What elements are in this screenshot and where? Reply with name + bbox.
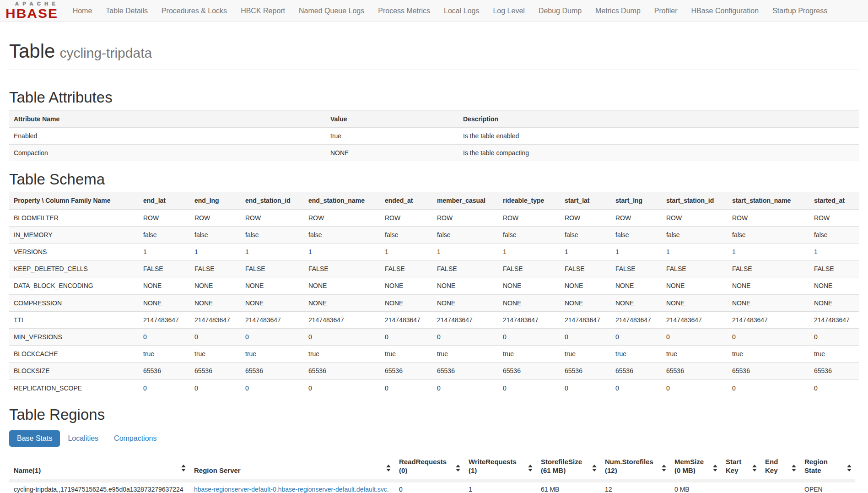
schema-property-value: false bbox=[241, 226, 304, 243]
schema-property-name: MIN_VERSIONS bbox=[9, 328, 139, 345]
nav-item-metrics-dump[interactable]: Metrics Dump bbox=[588, 0, 647, 22]
schema-row-compression: COMPRESSIONNONENONENONENONENONENONENONEN… bbox=[9, 294, 859, 311]
schema-property-value: 65536 bbox=[560, 363, 611, 379]
schema-property-value: true bbox=[498, 346, 560, 363]
schema-row-in-memory: IN_MEMORYfalsefalsefalsefalsefalsefalsef… bbox=[9, 226, 859, 243]
schema-property-value: true bbox=[139, 346, 190, 363]
schema-property-value: 0 bbox=[611, 379, 662, 396]
nav-item-hbck-report[interactable]: HBCK Report bbox=[234, 0, 292, 22]
region-row: cycling-tripdata,,1719475156245.e95d0a13… bbox=[9, 481, 855, 493]
schema-property-value: 0 bbox=[809, 328, 859, 345]
nav-item-startup-progress[interactable]: Startup Progress bbox=[766, 0, 834, 22]
attributes-table: Attribute NameValueDescription Enabledtr… bbox=[9, 110, 859, 162]
sort-down-arrow-icon bbox=[662, 469, 666, 471]
nav-item-log-level[interactable]: Log Level bbox=[486, 0, 531, 22]
schema-property-value: false bbox=[662, 226, 728, 243]
schema-property-value: 2147483647 bbox=[380, 311, 432, 328]
nav-item-process-metrics[interactable]: Process Metrics bbox=[371, 0, 437, 22]
tab-compactions[interactable]: Compactions bbox=[106, 430, 164, 447]
regions-column-region-state[interactable]: Region State bbox=[800, 455, 855, 481]
schema-property-name: KEEP_DELETED_CELLS bbox=[9, 260, 139, 277]
schema-family-start-lat: start_lat bbox=[560, 192, 611, 209]
nav-item-named-queue-logs[interactable]: Named Queue Logs bbox=[292, 0, 371, 22]
regions-column-region-server[interactable]: Region Server bbox=[189, 455, 394, 481]
schema-property-value: FALSE bbox=[190, 260, 241, 277]
regions-column-readrequests-0[interactable]: ReadRequests (0) bbox=[394, 455, 464, 481]
schema-property-value: FALSE bbox=[560, 260, 611, 277]
schema-property-value: 1 bbox=[139, 244, 190, 260]
regions-column-memsize-0-mb[interactable]: MemSize (0 MB) bbox=[670, 455, 721, 481]
schema-property-value: NONE bbox=[304, 277, 380, 294]
sort-down-arrow-icon bbox=[752, 469, 757, 471]
nav-item-debug-dump[interactable]: Debug Dump bbox=[532, 0, 588, 22]
schema-header-row: Property \ Column Family Nameend_latend_… bbox=[9, 192, 859, 209]
nav-item-table-details[interactable]: Table Details bbox=[99, 0, 155, 22]
schema-property-value: 0 bbox=[560, 328, 611, 345]
schema-property-value: 0 bbox=[728, 328, 809, 345]
regions-column-label: Start Key bbox=[726, 458, 741, 474]
regions-column-writerequests-1[interactable]: WriteRequests (1) bbox=[464, 455, 536, 481]
schema-property-value: 2147483647 bbox=[304, 311, 380, 328]
schema-property-value: NONE bbox=[241, 277, 304, 294]
schema-property-value: 0 bbox=[304, 328, 380, 345]
nav-item-profiler[interactable]: Profiler bbox=[647, 0, 685, 22]
sort-up-arrow-icon bbox=[752, 465, 757, 467]
schema-property-value: NONE bbox=[560, 277, 611, 294]
schema-property-value: NONE bbox=[611, 294, 662, 311]
schema-property-value: NONE bbox=[498, 277, 560, 294]
sort-icon bbox=[847, 465, 852, 471]
region-server-link[interactable]: hbase-regionserver-default-0.hbase-regio… bbox=[194, 486, 389, 493]
schema-property-name: VERSIONS bbox=[9, 244, 139, 260]
schema-property-value: ROW bbox=[662, 209, 728, 226]
regions-column-label: Num.Storefiles (12) bbox=[605, 458, 653, 474]
schema-property-value: 0 bbox=[432, 328, 498, 345]
schema-property-value: false bbox=[139, 226, 190, 243]
sort-icon bbox=[456, 465, 460, 471]
schema-family-rideable-type: rideable_type bbox=[498, 192, 560, 209]
schema-property-value: ROW bbox=[728, 209, 809, 226]
schema-property-value: 0 bbox=[139, 328, 190, 345]
schema-property-value: NONE bbox=[809, 277, 859, 294]
table-name: cycling-tripdata bbox=[59, 45, 152, 60]
tab-base-stats[interactable]: Base Stats bbox=[9, 430, 60, 447]
schema-property-value: true bbox=[241, 346, 304, 363]
regions-header-row: Name(1)Region ServerReadRequests (0)Writ… bbox=[9, 455, 855, 481]
regions-column-name-1[interactable]: Name(1) bbox=[9, 455, 189, 481]
schema-property-value: 0 bbox=[662, 379, 728, 396]
hbase-logo[interactable]: APACHE HBASE bbox=[5, 1, 59, 21]
regions-column-start-key[interactable]: Start Key bbox=[721, 455, 760, 481]
logo-apache-text: APACHE bbox=[15, 1, 59, 6]
schema-property-value: ROW bbox=[498, 209, 560, 226]
schema-family-member-casual: member_casual bbox=[432, 192, 498, 209]
schema-property-value: 2147483647 bbox=[498, 311, 560, 328]
schema-property-value: 0 bbox=[498, 328, 560, 345]
schema-property-value: NONE bbox=[139, 294, 190, 311]
sort-down-arrow-icon bbox=[181, 469, 186, 471]
regions-column-storefilesize-61-mb[interactable]: StorefileSize (61 MB) bbox=[536, 455, 600, 481]
nav-item-home[interactable]: Home bbox=[66, 0, 99, 22]
regions-column-num-storefiles-12[interactable]: Num.Storefiles (12) bbox=[600, 455, 670, 481]
tab-localities[interactable]: Localities bbox=[60, 430, 106, 447]
nav-item-local-logs[interactable]: Local Logs bbox=[437, 0, 486, 22]
attribute-name: Enabled bbox=[9, 127, 326, 144]
schema-property-value: 1 bbox=[432, 244, 498, 260]
schema-property-value: true bbox=[380, 346, 432, 363]
schema-property-value: 0 bbox=[241, 328, 304, 345]
attributes-table-body: EnabledtrueIs the table enabledCompactio… bbox=[9, 127, 859, 161]
attribute-name: Compaction bbox=[9, 144, 326, 161]
region-state: OPEN bbox=[800, 481, 855, 493]
schema-property-name: DATA_BLOCK_ENCODING bbox=[9, 277, 139, 294]
schema-property-name: IN_MEMORY bbox=[9, 226, 139, 243]
schema-property-value: NONE bbox=[498, 294, 560, 311]
schema-family-start-lng: start_lng bbox=[611, 192, 662, 209]
schema-property-value: 1 bbox=[662, 244, 728, 260]
schema-property-value: 2147483647 bbox=[809, 311, 859, 328]
schema-property-value: 65536 bbox=[190, 363, 241, 379]
schema-property-name: REPLICATION_SCOPE bbox=[9, 379, 139, 396]
nav-item-procedures-locks[interactable]: Procedures & Locks bbox=[155, 0, 234, 22]
nav-item-hbase-configuration[interactable]: HBase Configuration bbox=[684, 0, 766, 22]
regions-column-end-key[interactable]: End Key bbox=[760, 455, 800, 481]
schema-property-name: TTL bbox=[9, 311, 139, 328]
schema-property-value: 0 bbox=[662, 328, 728, 345]
sort-icon bbox=[386, 465, 391, 471]
